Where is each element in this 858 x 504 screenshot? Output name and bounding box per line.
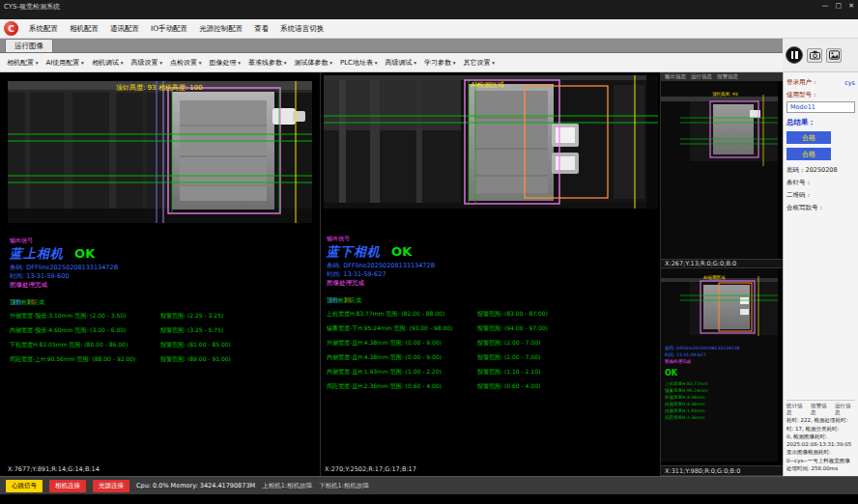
camera-view-right[interactable]: AI检测区域 输出信号 蓝下相机 OK 条码: DFFline202502081… xyxy=(320,72,660,476)
stats-tab-run[interactable]: 运行信息 xyxy=(835,403,855,416)
tab-strip: 运行图像 xyxy=(0,39,858,53)
cpu-memory-text: Cpu: 0.0% Memory: 3424.41790873M xyxy=(136,482,255,490)
preview-column: 输出信息 运行信息 报警信息 顶针高度: 93 xyxy=(660,72,783,476)
tool-baseline-params[interactable]: 基准线参数 xyxy=(244,56,291,70)
measurement-name: 外侧宽度-直H:4.38mm 范围: (0.00 - 9.00) xyxy=(327,339,472,348)
tool-spot-check[interactable]: 点检设置 xyxy=(166,56,206,70)
field-qr-code: 二维码： xyxy=(786,191,855,200)
stats-line: 耗时: 222, 检测处理耗时: xyxy=(786,416,855,424)
measurement-alarm: 报警范围: (89.00 - 91.00) xyxy=(160,355,231,364)
stats-line: 时: 17, 检测分类耗时: xyxy=(786,425,855,433)
camera-view-left[interactable]: 顶针高度: 93 相机高度: 100 输出信号 蓝上相机 OK 条码: DFFl… xyxy=(0,72,320,476)
measurement-alarm: 报警范围: (81.00 - 85.00) xyxy=(160,341,231,350)
image-overlay-label: AI检测区域 xyxy=(471,81,504,89)
preview-tab-run[interactable]: 运行信息 xyxy=(691,73,712,80)
snapshot-button[interactable] xyxy=(807,48,822,63)
tool-advanced-debug[interactable]: 高级调试 xyxy=(382,56,421,70)
stats-line: 2025:02:08-13:31:39:05 xyxy=(786,440,855,448)
model-value[interactable]: Mode11 xyxy=(786,101,855,113)
preview-image-bottom[interactable]: AI检测区域 条码: DFFline2025020813313472B 时间: … xyxy=(661,268,783,465)
sub-note: 顶针检测完成 xyxy=(327,296,361,305)
menu-item-camera-config[interactable]: 相机配置 xyxy=(64,21,104,37)
tab-run-image[interactable]: 运行图像 xyxy=(5,39,53,52)
stats-tab-statistics[interactable]: 统计信息 xyxy=(786,403,807,416)
stats-line: 显示图像检测耗时: xyxy=(786,448,855,456)
barcode-text: 条码: DFFline2025020813313472B xyxy=(665,345,740,350)
measurement-row: 间距宽度-上H:90.56mm 范围: (88.00 - 92.00) 报警范围… xyxy=(10,355,231,364)
camera-image-right: AI检测区域 xyxy=(324,75,658,209)
pause-icon xyxy=(791,51,794,59)
menu-item-light-control-config[interactable]: 光源控制配置 xyxy=(193,21,248,37)
menu-item-comm-config[interactable]: 通讯配置 xyxy=(104,21,145,37)
measurement-alarm: 报警范围: (1.10 - 2.10) xyxy=(477,368,540,377)
measurement-alarm: 报警范围: (0.60 - 4.00) xyxy=(477,382,540,391)
pixel-coordinates: X:7677;Y:891;R:14;G:14;B:14 xyxy=(8,465,100,473)
measurement-alarm: 报警范围: (83.00 - 87.00) xyxy=(477,310,548,319)
close-button[interactable]: ✕ xyxy=(848,2,854,10)
measurement-name: 间距宽度-直H:2.36mm 范围: (0.60 - 4.00) xyxy=(327,382,472,391)
measurement-row: 锡膏宽度-下H:95.24mm 范围: (93.00 - 98.00) 报警范围… xyxy=(327,324,548,333)
field-batch-code: 底码：20250208 xyxy=(786,166,855,175)
tool-testbody-params[interactable]: 测试体参数 xyxy=(290,56,336,70)
pixel-coordinates: X:311;Y:980;R:0;G:0;B:0 xyxy=(661,465,783,476)
tool-camera-debug[interactable]: 相机调试 xyxy=(88,56,128,70)
total-result-label: 总结果： xyxy=(786,118,855,127)
measurement-row: 内侧宽度-直H:4.38mm 范围: (0.00 - 9.00) 报警范围: (… xyxy=(327,353,540,362)
camera-result-title: 蓝下相机 xyxy=(327,244,381,259)
camera-image-left: 顶针高度: 93 相机高度: 100 xyxy=(8,81,312,223)
stats-line: 处理时间: 258.00ms xyxy=(786,464,855,472)
bottom-strip xyxy=(0,494,858,504)
menu-item-system-config[interactable]: 系统配置 xyxy=(23,21,64,37)
pixel-coordinates: X:267;Y:13;R:0;G:0;B:0 xyxy=(661,259,783,269)
barcode-text: 条码: DFFline2025020813313472B xyxy=(327,262,435,270)
maximize-button[interactable]: □ xyxy=(836,2,843,10)
process-status-text: 图像处理完成 xyxy=(327,279,364,288)
menu-item-view[interactable]: 查看 xyxy=(248,21,274,37)
sub-note: 顶针检测完成 xyxy=(10,298,44,307)
record-button[interactable] xyxy=(826,48,842,63)
measurement-row: 外侧宽度-预值:3.10mm 范围: (2.00 - 3.50) 报警范围: (… xyxy=(10,312,223,321)
minimize-button[interactable]: — xyxy=(822,2,829,10)
tool-learning-params[interactable]: 学习参数 xyxy=(420,56,460,70)
stats-line: 0~cys~一号上料视觉图像 xyxy=(786,457,855,464)
measurement-name: 外侧宽度-预值:3.10mm 范围: (2.00 - 3.50) xyxy=(10,312,155,321)
measurement-alarm: 报警范围: (3.25 - 5.75) xyxy=(160,326,223,335)
image-overlay-label: 顶针高度: 93 xyxy=(712,91,738,97)
measurement-name: 上机宽度H:83.77mm 范围: (82.00 - 88.00) xyxy=(327,310,472,319)
preview-image-top[interactable]: 顶针高度: 93 xyxy=(661,81,783,259)
app-window: CYS-视觉检测系统 — □ ✕ C 系统配置 相机配置 通讯配置 IO手动配置… xyxy=(0,0,858,504)
heartbeat-status-badge: 心跳信号 xyxy=(6,480,43,492)
tool-camera-config[interactable]: 相机配置 xyxy=(3,56,43,70)
stats-tab-alarm[interactable]: 报警信息 xyxy=(811,403,831,416)
window-title: CYS-视觉检测系统 xyxy=(4,2,822,12)
tool-image-processing[interactable]: 图像处理 xyxy=(205,56,244,70)
tool-ai-config[interactable]: AI使用配置 xyxy=(43,56,88,70)
measurement-line: 上机宽度H:83.77mm xyxy=(665,381,708,386)
camera-connection-badge: 相机连接 xyxy=(49,480,86,492)
pixel-coordinates: X:270;Y:2502;R:17;G:17;B:17 xyxy=(325,465,416,473)
measurement-row: 间距宽度-直H:2.36mm 范围: (0.60 - 4.00) 报警范围: (… xyxy=(327,382,540,391)
time-text: 时间: 13-31-59-627 xyxy=(327,270,386,279)
menu-item-io-manual-config[interactable]: IO手动配置 xyxy=(145,21,193,37)
measurement-line: 锡膏宽度H:95.24mm xyxy=(664,387,708,393)
result-line: 蓝下相机 OK xyxy=(327,241,412,261)
connector-part xyxy=(272,108,296,125)
preview-tab-alarm[interactable]: 报警信息 xyxy=(717,73,738,80)
time-text: 时间: 13-31-59-600 xyxy=(10,272,70,281)
tool-other-settings[interactable]: 其它设置 xyxy=(460,56,500,70)
measurement-name: 内侧宽度-预值:4.60mm 范围: (3.00 - 6.00) xyxy=(10,326,155,335)
model-label: 使用型号： xyxy=(786,91,818,99)
stats-line: 0, 检测图像耗时: xyxy=(786,433,855,440)
tool-plc-address[interactable]: PLC地址表 xyxy=(336,56,382,70)
measurement-row: 上机宽度H:83.77mm 范围: (82.00 - 88.00) 报警范围: … xyxy=(327,310,548,319)
login-user-value: cys xyxy=(844,79,855,87)
tool-advanced-settings[interactable]: 高级设置 xyxy=(127,56,166,70)
camera-result-title: 蓝上相机 xyxy=(10,246,64,261)
pause-button[interactable] xyxy=(786,46,803,64)
measurement-alarm: 报警范围: (2.00 - 7.00) xyxy=(477,353,540,362)
result-box-lower: 合格 xyxy=(786,148,831,160)
image-overlay-label: 顶针高度: 93 相机高度: 100 xyxy=(116,84,203,92)
menu-item-language-switch[interactable]: 系统语言切换 xyxy=(274,21,329,37)
measurement-alarm: 报警范围: (2.00 - 7.00) xyxy=(477,339,540,348)
preview-tab-output[interactable]: 输出信息 xyxy=(665,73,686,80)
